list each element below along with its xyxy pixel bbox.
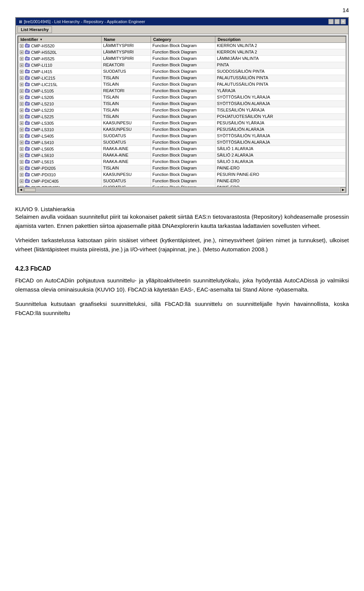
expand-icon[interactable]: + <box>20 50 24 54</box>
item-icon <box>25 69 30 74</box>
table-row[interactable]: + CMP-PDI205 TISLAINFunction Block Diagr… <box>18 165 346 172</box>
table-row[interactable]: + CMP-HS520 LÄMMITYSPIIRIFunction Block … <box>18 43 346 49</box>
category-cell: Function Block Diagram <box>151 165 215 171</box>
expand-icon[interactable]: + <box>20 160 24 164</box>
table-row[interactable]: + CMP-LS225 TISLAINFunction Block Diagra… <box>18 114 346 120</box>
table-row[interactable]: + CMP-PDI310 KAASUNPESUFunction Block Di… <box>18 172 346 178</box>
expand-icon[interactable]: + <box>20 57 24 61</box>
expand-icon[interactable]: + <box>20 154 24 157</box>
table-row[interactable]: + CMP-LS610 RAAKA-AINEFunction Block Dia… <box>18 152 346 159</box>
table-row[interactable]: + CMP-LS105 REAKTORIFunction Block Diagr… <box>18 88 346 94</box>
svg-rect-72 <box>25 160 30 163</box>
description-cell: PESURIN PAINE-ERO <box>215 172 346 178</box>
description-cell: PAINE-ERO <box>215 165 346 171</box>
scroll-right-button[interactable]: ▶ <box>340 187 346 193</box>
sort-icon: ▼ <box>39 38 42 41</box>
name-cell: SUODATUS <box>102 178 151 184</box>
col-description-label: Description <box>218 37 241 42</box>
table-row[interactable]: + CMP-LS205 TISLAINFunction Block Diagra… <box>18 94 346 101</box>
name-cell: LÄMMITYSPIIRI <box>102 56 151 62</box>
list-hierarchy-button[interactable]: List Hierarchy <box>17 26 52 33</box>
identifier-text: CMP-PDI205 <box>31 166 56 171</box>
svg-rect-40 <box>25 109 30 112</box>
category-cell: Function Block Diagram <box>151 82 215 88</box>
table-row[interactable]: + CMP-LS615 RAAKA-AINEFunction Block Dia… <box>18 159 346 165</box>
name-cell: KAASUNPESU <box>102 172 151 178</box>
svg-rect-13 <box>26 63 27 64</box>
table-area: Identifier ▼ Name Category Description + <box>17 36 347 193</box>
table-row[interactable]: + CMP-LI110 REAKTORIFunction Block Diagr… <box>18 62 346 69</box>
table-row[interactable]: + CMP-HS520L LÄMMITYSPIIRIFunction Block… <box>18 49 346 56</box>
expand-icon[interactable]: + <box>20 179 24 183</box>
description-cell: SYÖTTÖSÄILIÖN ALARAJA <box>215 140 346 146</box>
expand-icon[interactable]: + <box>20 83 24 86</box>
col-category[interactable]: Category <box>151 36 215 42</box>
expand-icon[interactable]: + <box>20 173 24 177</box>
name-cell: SUODATUS <box>102 185 151 187</box>
horizontal-scrollbar[interactable]: ◀ ▶ <box>18 187 346 192</box>
description-cell: KIERRON VALINTA 2 <box>215 49 346 55</box>
expand-icon[interactable]: + <box>20 102 24 106</box>
table-row[interactable]: + CMP-LS305 KAASUNPESUFunction Block Dia… <box>18 120 346 127</box>
expand-icon[interactable]: + <box>20 141 24 144</box>
identifier-cell: + CMP-LS615 <box>18 159 102 165</box>
maximize-button[interactable]: □ <box>334 19 340 24</box>
svg-rect-56 <box>25 135 30 138</box>
name-cell: TISLAIN <box>102 165 151 171</box>
description-cell: PAINE-ERO <box>215 185 346 187</box>
table-row[interactable]: + CMP-LS405 SUODATUSFunction Block Diagr… <box>18 133 346 140</box>
col-description[interactable]: Description <box>215 36 346 42</box>
identifier-text: CMP-LI110 <box>31 63 52 67</box>
category-cell: Function Block Diagram <box>151 56 215 62</box>
expand-icon[interactable]: + <box>20 108 24 112</box>
category-cell: Function Block Diagram <box>151 101 215 107</box>
expand-icon[interactable]: + <box>20 63 24 67</box>
table-row[interactable]: + CMP-PDIC405 SUODATUSFunction Block Dia… <box>18 178 346 185</box>
expand-icon[interactable]: + <box>20 70 24 74</box>
scroll-left-button[interactable]: ◀ <box>18 187 24 193</box>
svg-rect-85 <box>26 179 27 180</box>
table-row[interactable]: + CMP-LS410 SUODATUSFunction Block Diagr… <box>18 140 346 146</box>
table-row[interactable]: + CMP-HS525 LÄMMITYSPIIRIFunction Block … <box>18 56 346 62</box>
identifier-cell: + CMP-PDIC405L <box>18 185 102 187</box>
expand-icon[interactable]: + <box>20 147 24 151</box>
item-icon <box>25 133 30 139</box>
item-icon <box>25 43 30 49</box>
identifier-cell: + CMP-PDIC405 <box>18 178 102 184</box>
expand-icon[interactable]: + <box>20 115 24 119</box>
table-row[interactable]: + CMP-LS605 RAAKA-AINEFunction Block Dia… <box>18 146 346 152</box>
item-icon <box>25 166 30 171</box>
expand-icon[interactable]: + <box>20 96 24 99</box>
expand-icon[interactable]: + <box>20 128 24 132</box>
item-icon <box>25 50 30 55</box>
expand-icon[interactable]: + <box>20 76 24 80</box>
description-cell: PINTA <box>215 62 346 68</box>
table-row[interactable]: + CMP-LIC215 TISLAINFunction Block Diagr… <box>18 75 346 82</box>
svg-rect-33 <box>26 95 27 96</box>
col-name[interactable]: Name <box>102 36 151 42</box>
svg-rect-8 <box>25 57 30 60</box>
expand-icon[interactable]: + <box>20 44 24 48</box>
expand-icon[interactable]: + <box>20 134 24 138</box>
table-row[interactable]: + CMP-LI415 SUODATUSFunction Block Diagr… <box>18 69 346 75</box>
item-icon <box>25 140 30 145</box>
table-row[interactable]: + CMP-LS310 KAASUNPESUFunction Block Dia… <box>18 127 346 133</box>
table-row[interactable]: + CMP-LS210 TISLAINFunction Block Diagra… <box>18 101 346 107</box>
name-cell: SUODATUS <box>102 133 151 139</box>
description-cell: POHJATUOTESÄILIÖN YLÄR <box>215 114 346 120</box>
scroll-thumb[interactable] <box>24 188 36 192</box>
expand-icon[interactable]: + <box>20 121 24 125</box>
table-header: Identifier ▼ Name Category Description <box>18 36 346 43</box>
table-row[interactable]: + CMP-LS220 TISLAINFunction Block Diagra… <box>18 107 346 114</box>
item-icon <box>25 121 30 126</box>
expand-icon[interactable]: + <box>20 89 24 93</box>
minimize-button[interactable]: _ <box>328 19 334 24</box>
col-identifier[interactable]: Identifier ▼ <box>18 36 102 42</box>
identifier-cell: + CMP-LS225 <box>18 114 102 120</box>
svg-rect-41 <box>26 108 27 109</box>
expand-icon[interactable]: + <box>20 166 24 170</box>
svg-rect-84 <box>25 180 30 183</box>
close-button[interactable]: ✕ <box>340 19 346 24</box>
table-row[interactable]: + CMP-PDIC405L SUODATUSFunction Block Di… <box>18 185 346 187</box>
table-row[interactable]: + CMP-LIC215L TISLAINFunction Block Diag… <box>18 82 346 88</box>
